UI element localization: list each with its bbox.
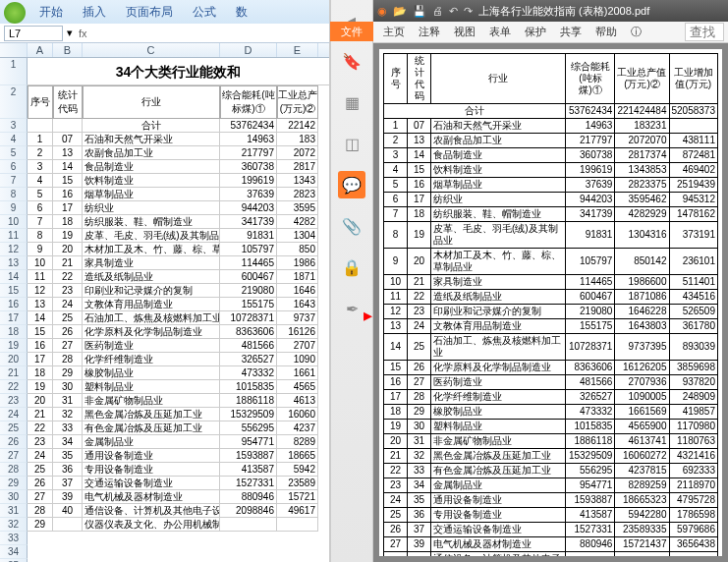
row-header[interactable]: 9 (0, 201, 28, 215)
row-header[interactable]: 21 (0, 366, 28, 380)
table-row: 2132黑色金属冶炼及压延加工业1532950916060 (28, 408, 329, 422)
row-header[interactable]: 1 (0, 58, 28, 85)
row-header[interactable]: 18 (0, 325, 28, 339)
table-row: 213农副食品加工业2177972072070438111 (384, 134, 718, 148)
col-C[interactable]: C (83, 43, 220, 57)
row-header[interactable]: 14 (0, 270, 28, 284)
menu-protect[interactable]: 保护 (519, 23, 552, 41)
row-header[interactable]: 26 (0, 435, 28, 449)
menu-home[interactable]: 主页 (377, 23, 411, 41)
undo-icon[interactable]: ↶ (449, 5, 458, 18)
table-row: 1829橡胶制品业4733321661 (28, 366, 329, 380)
row-header[interactable]: 2 (0, 85, 28, 119)
row-header[interactable]: 34 (0, 545, 28, 559)
bookmark-icon[interactable]: 🔖 (338, 47, 365, 75)
row-header[interactable]: 13 (0, 256, 28, 270)
menu-share[interactable]: 共享 (554, 23, 588, 41)
tab-home[interactable]: 开始 (29, 1, 73, 24)
office-orb[interactable] (4, 2, 26, 24)
row-header[interactable]: 5 (0, 146, 28, 160)
tab-layout[interactable]: 页面布局 (116, 1, 183, 24)
table-row: 1627医药制造业4815662707936937820 (384, 375, 718, 390)
open-icon[interactable]: 📂 (393, 5, 407, 18)
table-row: 1021家具制造业1144651986600511401 (384, 275, 718, 290)
tab-insert[interactable]: 插入 (73, 1, 116, 24)
row-header[interactable]: 4 (0, 133, 28, 146)
row-header[interactable]: 30 (0, 490, 28, 504)
row-header[interactable]: 20 (0, 353, 28, 366)
info-icon[interactable]: ⓘ (625, 23, 647, 41)
row-header[interactable]: 31 (0, 504, 28, 518)
table-row: 1223印刷业和记录媒介的复制2190801646 (28, 284, 329, 298)
col-E[interactable]: E (277, 43, 318, 57)
table-row: 2233有色金属冶炼及压延加工业5562954237815692333 (384, 464, 718, 478)
row-header[interactable]: 15 (0, 284, 28, 298)
name-box[interactable]: L7 (4, 26, 63, 41)
table-row: 2334金属制品业9547718289 (28, 435, 329, 449)
red-arrow-icon: ▸ (364, 305, 372, 326)
row-header[interactable]: 28 (0, 463, 28, 477)
table-row: 920木材加工及木、竹、藤、棕、草制品业105797850142236101 (384, 249, 718, 275)
row-header[interactable]: 27 (0, 449, 28, 463)
row-header[interactable]: 6 (0, 160, 28, 174)
table-row: 1728化学纤维制造业3265271090005248909 (384, 390, 718, 405)
row-header[interactable]: 16 (0, 298, 28, 311)
col-A[interactable]: A (28, 43, 53, 57)
tab-formula[interactable]: 公式 (183, 1, 226, 24)
table-row: 1526化学原料及化学制品制造业8363606161262053859698 (384, 361, 718, 375)
pdf-title: 上海各行业能效指南 (表格)2008.pdf (478, 4, 649, 19)
fx-icon[interactable]: fx (73, 28, 93, 39)
col-B[interactable]: B (53, 43, 83, 57)
layers-icon[interactable]: ◫ (338, 130, 365, 157)
row-header[interactable]: 33 (0, 532, 28, 545)
table-row: 2536专用设备制造业41358759422801786598 (384, 508, 718, 523)
save-icon[interactable]: 💾 (413, 5, 426, 18)
column-headers: A B C D E (0, 43, 329, 58)
menu-view[interactable]: 视图 (448, 23, 481, 41)
table-row: 920木材加工及木、竹、藤、棕、草制品业105797850 (28, 243, 329, 256)
table-row: 2031非金属矿物制品业188611846137411180763 (384, 434, 718, 449)
row-header[interactable]: 22 (0, 380, 28, 394)
menu-help[interactable]: 帮助 (589, 23, 623, 41)
row-header[interactable]: 17 (0, 311, 28, 325)
row-header[interactable]: 32 (0, 518, 28, 532)
tab-data[interactable]: 数 (226, 1, 257, 24)
signature-icon[interactable]: ✒ (338, 295, 365, 322)
row-header[interactable]: 7 (0, 174, 28, 188)
table-row: 107石油和天然气开采业14963183231 (384, 119, 718, 134)
row-header[interactable]: 11 (0, 229, 28, 243)
hdr-name: 行业 (83, 85, 220, 119)
row-header[interactable]: 12 (0, 243, 28, 256)
pdf-total-label: 合计 (384, 104, 566, 119)
file-button[interactable]: 文件 (330, 22, 373, 41)
table-row: 1122造纸及纸制品业6004671871 (28, 270, 329, 284)
pdf-viewport[interactable]: 序号 统计代码 行业 综合能耗(吨标煤)① 工业总产值(万元)② 工业增加值(万… (373, 43, 728, 562)
lock-icon[interactable]: 🔒 (338, 253, 365, 281)
row-header[interactable]: 29 (0, 477, 28, 490)
row-header[interactable]: 24 (0, 408, 28, 422)
row-headers: 1234567891011121314151617181920212223242… (0, 58, 28, 562)
menu-form[interactable]: 表单 (483, 23, 517, 41)
menu-comment[interactable]: 注释 (413, 23, 446, 41)
formula-bar: L7 ▾ fx (0, 24, 329, 43)
comment-icon[interactable]: 💬 (338, 171, 365, 198)
row-header[interactable]: 19 (0, 339, 28, 353)
row-header[interactable]: 23 (0, 394, 28, 408)
pages-icon[interactable]: ▦ (338, 88, 365, 116)
table-row: 2233有色金属冶炼及压延加工业5562954237 (28, 422, 329, 435)
attachment-icon[interactable]: 📎 (338, 212, 365, 240)
table-row: 1526化学原料及化学制品制造业836360616126 (28, 325, 329, 339)
row-header[interactable]: 3 (0, 119, 28, 133)
row-header[interactable]: 25 (0, 422, 28, 435)
redo-icon[interactable]: ↷ (464, 5, 473, 18)
pdf-toolbar: ◉ 📂 💾 🖨 ↶ ↷ 上海各行业能效指南 (表格)2008.pdf (373, 0, 728, 22)
print-icon[interactable]: 🖨 (432, 5, 443, 17)
row-header[interactable]: 8 (0, 188, 28, 201)
table-row: 2840通信设备、计算机及其他电子设备制造2098846496178146019… (384, 552, 718, 557)
row-header[interactable]: 10 (0, 215, 28, 229)
search-input[interactable] (685, 23, 724, 41)
table-row: 107石油和天然气开采业14963183 (28, 133, 329, 146)
col-D[interactable]: D (220, 43, 277, 57)
worksheet[interactable]: A B C D E 123456789101112131415161718192… (0, 43, 329, 562)
pdf-hdr-name: 行业 (431, 54, 566, 104)
